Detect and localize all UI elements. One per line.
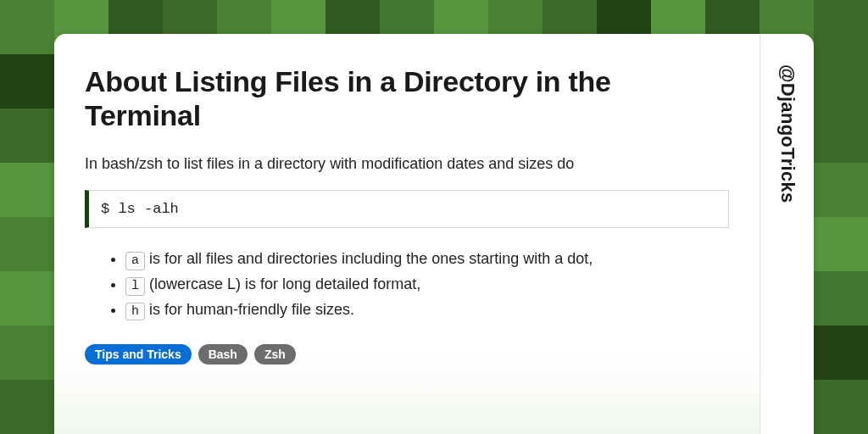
article-content: About Listing Files in a Directory in th… — [54, 34, 760, 434]
flag-key: h — [125, 303, 145, 321]
article-intro: In bash/zsh to list files in a directory… — [85, 153, 729, 175]
flag-desc: is for human-friendly file sizes. — [145, 301, 354, 318]
article-title: About Listing Files in a Directory in th… — [85, 64, 729, 132]
tag-tips-and-tricks[interactable]: Tips and Tricks — [85, 344, 192, 364]
article-card: About Listing Files in a Directory in th… — [54, 34, 814, 434]
flag-desc: is for all files and directories includi… — [145, 250, 593, 267]
flag-item: l (lowercase L) is for long detailed for… — [125, 272, 729, 298]
flag-key: a — [125, 252, 145, 270]
tag-row: Tips and TricksBashZsh — [85, 344, 729, 364]
flag-list: a is for all files and directories inclu… — [85, 247, 729, 322]
flag-desc: (lowercase L) is for long detailed forma… — [145, 275, 420, 292]
tag-zsh[interactable]: Zsh — [254, 344, 296, 364]
flag-key: l — [125, 277, 145, 296]
tag-bash[interactable]: Bash — [198, 344, 248, 364]
attribution-sidebar: @DjangoTricks — [760, 34, 814, 434]
flag-item: a is for all files and directories inclu… — [125, 247, 729, 272]
code-block: $ ls -alh — [85, 190, 729, 228]
attribution-handle: @DjangoTricks — [776, 64, 798, 203]
flag-item: h is for human-friendly file sizes. — [125, 298, 729, 323]
